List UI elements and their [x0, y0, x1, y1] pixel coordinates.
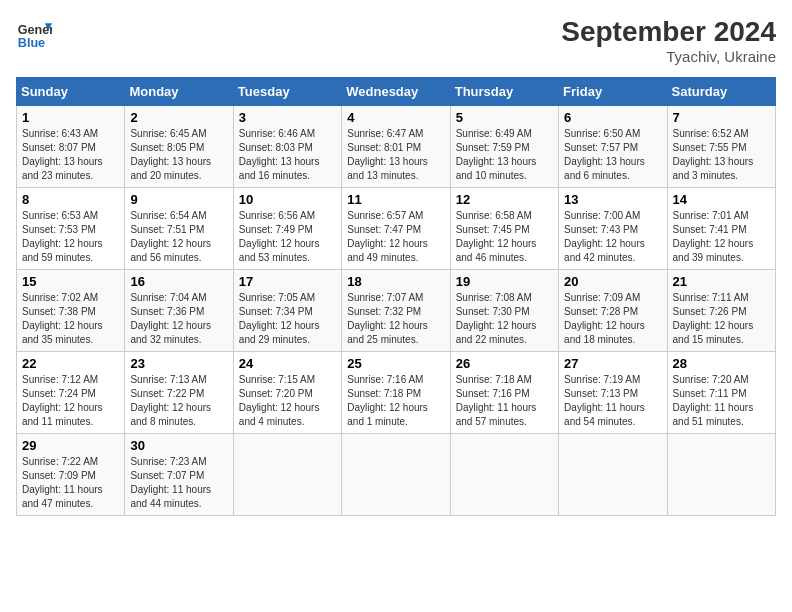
day-number: 28 [673, 356, 770, 371]
day-cell-5: 5Sunrise: 6:49 AMSunset: 7:59 PMDaylight… [450, 106, 558, 188]
calendar-week-3: 15Sunrise: 7:02 AMSunset: 7:38 PMDayligh… [17, 270, 776, 352]
day-cell-16: 16Sunrise: 7:04 AMSunset: 7:36 PMDayligh… [125, 270, 233, 352]
day-detail: Sunrise: 6:52 AMSunset: 7:55 PMDaylight:… [673, 127, 770, 183]
day-number: 25 [347, 356, 444, 371]
day-number: 12 [456, 192, 553, 207]
day-cell-19: 19Sunrise: 7:08 AMSunset: 7:30 PMDayligh… [450, 270, 558, 352]
calendar-table: Sunday Monday Tuesday Wednesday Thursday… [16, 77, 776, 516]
empty-cell [559, 434, 667, 516]
day-detail: Sunrise: 7:07 AMSunset: 7:32 PMDaylight:… [347, 291, 444, 347]
day-detail: Sunrise: 7:20 AMSunset: 7:11 PMDaylight:… [673, 373, 770, 429]
day-number: 8 [22, 192, 119, 207]
empty-cell [450, 434, 558, 516]
day-cell-20: 20Sunrise: 7:09 AMSunset: 7:28 PMDayligh… [559, 270, 667, 352]
day-number: 2 [130, 110, 227, 125]
day-cell-6: 6Sunrise: 6:50 AMSunset: 7:57 PMDaylight… [559, 106, 667, 188]
day-number: 5 [456, 110, 553, 125]
day-detail: Sunrise: 7:08 AMSunset: 7:30 PMDaylight:… [456, 291, 553, 347]
day-cell-4: 4Sunrise: 6:47 AMSunset: 8:01 PMDaylight… [342, 106, 450, 188]
logo-icon: General Blue [16, 16, 52, 52]
day-cell-14: 14Sunrise: 7:01 AMSunset: 7:41 PMDayligh… [667, 188, 775, 270]
day-number: 10 [239, 192, 336, 207]
day-number: 26 [456, 356, 553, 371]
day-cell-15: 15Sunrise: 7:02 AMSunset: 7:38 PMDayligh… [17, 270, 125, 352]
day-number: 30 [130, 438, 227, 453]
day-detail: Sunrise: 7:05 AMSunset: 7:34 PMDaylight:… [239, 291, 336, 347]
col-tuesday: Tuesday [233, 78, 341, 106]
day-detail: Sunrise: 6:46 AMSunset: 8:03 PMDaylight:… [239, 127, 336, 183]
day-number: 24 [239, 356, 336, 371]
day-detail: Sunrise: 7:09 AMSunset: 7:28 PMDaylight:… [564, 291, 661, 347]
day-cell-11: 11Sunrise: 6:57 AMSunset: 7:47 PMDayligh… [342, 188, 450, 270]
day-cell-7: 7Sunrise: 6:52 AMSunset: 7:55 PMDaylight… [667, 106, 775, 188]
day-number: 20 [564, 274, 661, 289]
col-monday: Monday [125, 78, 233, 106]
day-detail: Sunrise: 7:23 AMSunset: 7:07 PMDaylight:… [130, 455, 227, 511]
day-detail: Sunrise: 6:45 AMSunset: 8:05 PMDaylight:… [130, 127, 227, 183]
day-number: 11 [347, 192, 444, 207]
day-cell-24: 24Sunrise: 7:15 AMSunset: 7:20 PMDayligh… [233, 352, 341, 434]
day-number: 23 [130, 356, 227, 371]
month-year-title: September 2024 [561, 16, 776, 48]
day-number: 29 [22, 438, 119, 453]
day-number: 21 [673, 274, 770, 289]
day-detail: Sunrise: 7:04 AMSunset: 7:36 PMDaylight:… [130, 291, 227, 347]
day-number: 16 [130, 274, 227, 289]
day-cell-27: 27Sunrise: 7:19 AMSunset: 7:13 PMDayligh… [559, 352, 667, 434]
location-subtitle: Tyachiv, Ukraine [561, 48, 776, 65]
day-detail: Sunrise: 6:58 AMSunset: 7:45 PMDaylight:… [456, 209, 553, 265]
day-number: 14 [673, 192, 770, 207]
day-cell-25: 25Sunrise: 7:16 AMSunset: 7:18 PMDayligh… [342, 352, 450, 434]
empty-cell [342, 434, 450, 516]
col-thursday: Thursday [450, 78, 558, 106]
day-detail: Sunrise: 6:43 AMSunset: 8:07 PMDaylight:… [22, 127, 119, 183]
day-detail: Sunrise: 7:16 AMSunset: 7:18 PMDaylight:… [347, 373, 444, 429]
day-cell-3: 3Sunrise: 6:46 AMSunset: 8:03 PMDaylight… [233, 106, 341, 188]
day-detail: Sunrise: 6:54 AMSunset: 7:51 PMDaylight:… [130, 209, 227, 265]
day-cell-13: 13Sunrise: 7:00 AMSunset: 7:43 PMDayligh… [559, 188, 667, 270]
day-cell-2: 2Sunrise: 6:45 AMSunset: 8:05 PMDaylight… [125, 106, 233, 188]
day-number: 4 [347, 110, 444, 125]
day-number: 27 [564, 356, 661, 371]
logo: General Blue [16, 16, 52, 52]
day-cell-17: 17Sunrise: 7:05 AMSunset: 7:34 PMDayligh… [233, 270, 341, 352]
day-number: 18 [347, 274, 444, 289]
day-cell-8: 8Sunrise: 6:53 AMSunset: 7:53 PMDaylight… [17, 188, 125, 270]
day-detail: Sunrise: 7:12 AMSunset: 7:24 PMDaylight:… [22, 373, 119, 429]
col-friday: Friday [559, 78, 667, 106]
day-cell-1: 1Sunrise: 6:43 AMSunset: 8:07 PMDaylight… [17, 106, 125, 188]
day-cell-22: 22Sunrise: 7:12 AMSunset: 7:24 PMDayligh… [17, 352, 125, 434]
day-cell-9: 9Sunrise: 6:54 AMSunset: 7:51 PMDaylight… [125, 188, 233, 270]
day-detail: Sunrise: 7:01 AMSunset: 7:41 PMDaylight:… [673, 209, 770, 265]
day-detail: Sunrise: 6:50 AMSunset: 7:57 PMDaylight:… [564, 127, 661, 183]
page-header: General Blue September 2024 Tyachiv, Ukr… [16, 16, 776, 65]
day-detail: Sunrise: 7:11 AMSunset: 7:26 PMDaylight:… [673, 291, 770, 347]
day-detail: Sunrise: 6:47 AMSunset: 8:01 PMDaylight:… [347, 127, 444, 183]
day-detail: Sunrise: 7:02 AMSunset: 7:38 PMDaylight:… [22, 291, 119, 347]
col-sunday: Sunday [17, 78, 125, 106]
day-cell-18: 18Sunrise: 7:07 AMSunset: 7:32 PMDayligh… [342, 270, 450, 352]
day-number: 22 [22, 356, 119, 371]
day-number: 19 [456, 274, 553, 289]
day-detail: Sunrise: 6:56 AMSunset: 7:49 PMDaylight:… [239, 209, 336, 265]
empty-cell [667, 434, 775, 516]
day-number: 13 [564, 192, 661, 207]
day-detail: Sunrise: 7:22 AMSunset: 7:09 PMDaylight:… [22, 455, 119, 511]
day-cell-12: 12Sunrise: 6:58 AMSunset: 7:45 PMDayligh… [450, 188, 558, 270]
day-number: 3 [239, 110, 336, 125]
col-saturday: Saturday [667, 78, 775, 106]
day-detail: Sunrise: 7:19 AMSunset: 7:13 PMDaylight:… [564, 373, 661, 429]
weekday-header-row: Sunday Monday Tuesday Wednesday Thursday… [17, 78, 776, 106]
day-cell-26: 26Sunrise: 7:18 AMSunset: 7:16 PMDayligh… [450, 352, 558, 434]
day-cell-28: 28Sunrise: 7:20 AMSunset: 7:11 PMDayligh… [667, 352, 775, 434]
calendar-week-1: 1Sunrise: 6:43 AMSunset: 8:07 PMDaylight… [17, 106, 776, 188]
day-number: 17 [239, 274, 336, 289]
day-number: 15 [22, 274, 119, 289]
day-detail: Sunrise: 6:49 AMSunset: 7:59 PMDaylight:… [456, 127, 553, 183]
title-block: September 2024 Tyachiv, Ukraine [561, 16, 776, 65]
svg-text:Blue: Blue [18, 36, 45, 50]
day-cell-29: 29Sunrise: 7:22 AMSunset: 7:09 PMDayligh… [17, 434, 125, 516]
calendar-week-5: 29Sunrise: 7:22 AMSunset: 7:09 PMDayligh… [17, 434, 776, 516]
col-wednesday: Wednesday [342, 78, 450, 106]
day-number: 1 [22, 110, 119, 125]
